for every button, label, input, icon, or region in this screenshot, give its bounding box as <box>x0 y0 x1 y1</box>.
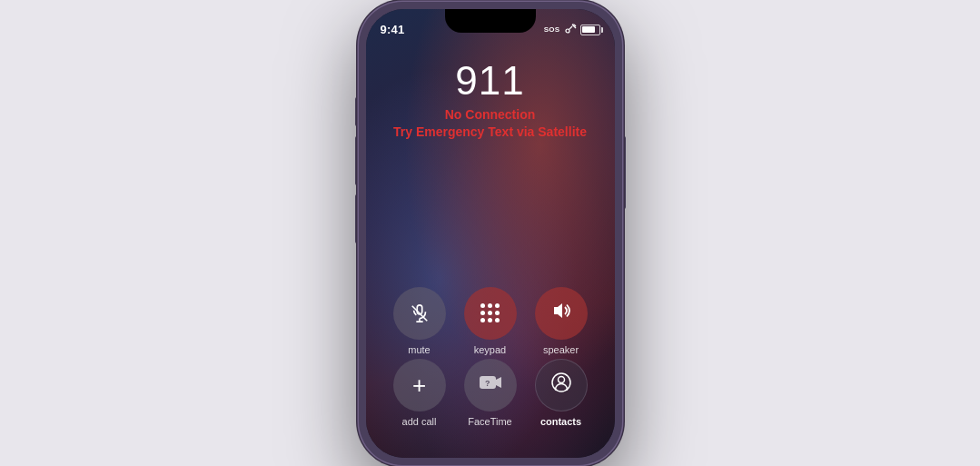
contacts-circle <box>535 359 588 411</box>
speaker-icon <box>550 302 572 324</box>
phone-screen: 9:41 SOS 911 <box>366 9 615 458</box>
svg-line-1 <box>569 26 572 30</box>
svg-text:?: ? <box>485 379 490 388</box>
add-call-button[interactable]: + add call <box>393 359 446 427</box>
svg-marker-11 <box>496 377 501 388</box>
facetime-label: FaceTime <box>468 416 512 427</box>
status-time: 9:41 <box>381 23 405 36</box>
mute-circle <box>393 287 446 340</box>
mute-icon <box>409 302 431 324</box>
facetime-button[interactable]: ? FaceTime <box>464 359 517 427</box>
keypad-circle <box>464 287 517 340</box>
keypad-button[interactable]: keypad <box>464 287 517 355</box>
battery-icon <box>580 25 600 35</box>
speaker-button[interactable]: speaker <box>535 287 588 355</box>
dynamic-island <box>445 9 536 33</box>
facetime-icon: ? <box>479 373 502 397</box>
call-buttons-area: mute keypad <box>366 287 615 431</box>
svg-marker-8 <box>554 303 562 318</box>
speaker-circle <box>535 287 588 340</box>
volume-down-button[interactable] <box>355 194 359 243</box>
call-info: 911 No Connection Try Emergency Text via… <box>366 59 615 143</box>
satellite-icon <box>564 24 577 36</box>
buttons-row-1: mute keypad <box>384 287 597 355</box>
volume-up-button[interactable] <box>355 136 359 185</box>
mute-label: mute <box>408 344 430 355</box>
keypad-icon <box>480 303 500 322</box>
sos-badge: SOS <box>544 25 560 34</box>
contacts-icon <box>550 372 572 399</box>
speaker-label: speaker <box>543 344 579 355</box>
add-call-label: add call <box>402 416 437 427</box>
phone-device: 9:41 SOS 911 <box>359 2 622 465</box>
mute-switch-button[interactable] <box>355 97 359 126</box>
no-connection-text: No Connection <box>366 106 615 124</box>
status-right-icons: SOS <box>544 24 600 36</box>
mute-button[interactable]: mute <box>393 287 446 355</box>
call-status: No Connection Try Emergency Text via Sat… <box>366 106 615 142</box>
keypad-label: keypad <box>474 344 506 355</box>
svg-point-13 <box>558 376 564 382</box>
power-button[interactable] <box>622 136 626 209</box>
buttons-row-2: + add call ? <box>384 359 597 427</box>
call-number: 911 <box>366 59 615 103</box>
facetime-circle: ? <box>464 359 517 411</box>
add-call-circle: + <box>393 359 446 411</box>
add-call-icon: + <box>412 373 426 397</box>
contacts-label: contacts <box>540 416 581 427</box>
contacts-button[interactable]: contacts <box>535 359 588 427</box>
satellite-text: Try Emergency Text via Satellite <box>366 124 615 142</box>
